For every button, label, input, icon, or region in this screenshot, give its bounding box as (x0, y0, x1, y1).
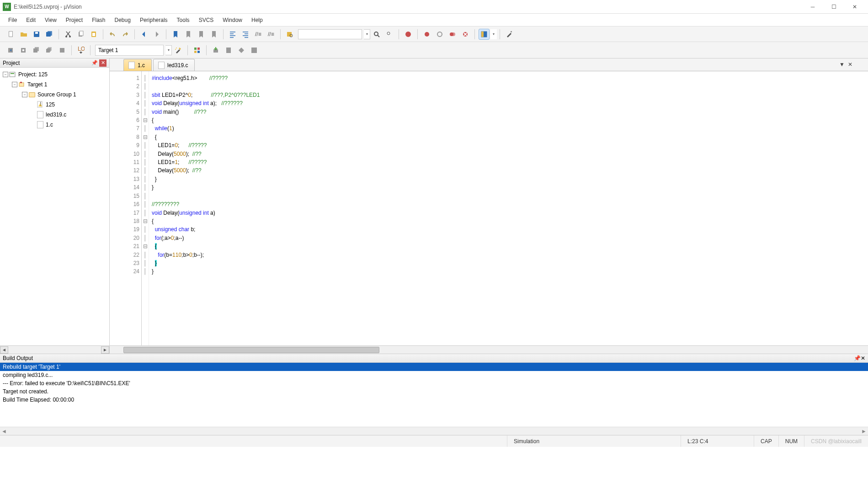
pack-install-icon[interactable] (210, 45, 221, 56)
fold-column[interactable]: │││││⊟│⊟│││││││││⊟││⊟│││ (142, 71, 149, 345)
title-bar: W E:\keil5\125.uvproj - µVision ─ ☐ ✕ (0, 0, 868, 14)
redo-icon[interactable] (120, 29, 131, 40)
build-output-hscroll[interactable]: ◄ ► (0, 427, 868, 435)
books-icon[interactable] (223, 45, 234, 56)
options-target-icon[interactable] (173, 45, 184, 56)
editor-hscroll[interactable] (110, 345, 868, 354)
tree-target[interactable]: − Target 1 (1, 79, 108, 90)
menu-tools[interactable]: Tools (172, 14, 194, 26)
target-dropdown-icon[interactable]: ▾ (165, 45, 172, 55)
comment-icon[interactable]: //≡ (253, 29, 264, 40)
save-icon[interactable] (31, 29, 42, 40)
menu-file[interactable]: File (4, 14, 21, 26)
build-icon[interactable] (18, 45, 29, 56)
menu-peripherals[interactable]: Peripherals (135, 14, 172, 26)
scroll-right-icon[interactable]: ► (101, 346, 109, 354)
save-all-icon[interactable] (44, 29, 55, 40)
bookmark-toggle-icon[interactable] (170, 29, 181, 40)
build-output-text[interactable]: Rebuild target 'Target 1'compiling led31… (0, 363, 868, 427)
file-warn-icon: ! (37, 101, 44, 108)
menu-view[interactable]: View (40, 14, 61, 26)
translate-icon[interactable] (5, 45, 16, 56)
scroll-thumb[interactable] (123, 347, 379, 353)
pin-icon[interactable]: 📌 (854, 355, 861, 361)
close-button[interactable]: ✕ (844, 0, 865, 13)
download-icon[interactable]: LOAD (75, 45, 86, 56)
svg-point-23 (452, 32, 455, 36)
select-software-icon[interactable] (249, 45, 260, 56)
menu-flash[interactable]: Flash (87, 14, 110, 26)
configure-icon[interactable] (504, 29, 515, 40)
tree-source-group[interactable]: − Source Group 1 (1, 90, 108, 100)
breakpoint-insert-icon[interactable] (421, 29, 432, 40)
new-file-icon[interactable] (5, 29, 16, 40)
tree-project-root[interactable]: − Project: 125 (1, 69, 108, 79)
nav-fwd-icon[interactable] (151, 29, 162, 40)
menu-window[interactable]: Window (218, 14, 247, 26)
tree-file[interactable]: ! 125 (1, 100, 108, 110)
menu-help[interactable]: Help (247, 14, 267, 26)
menu-svcs[interactable]: SVCS (194, 14, 218, 26)
pin-icon[interactable]: 📌 (91, 59, 98, 67)
tab-1c[interactable]: 1.c (123, 59, 152, 71)
maximize-button[interactable]: ☐ (823, 0, 844, 13)
tab-list-icon[interactable]: ▼ (838, 60, 846, 69)
tree-label: Project: 125 (18, 71, 48, 78)
cut-icon[interactable] (63, 29, 74, 40)
layout-dropdown-icon[interactable]: ▾ (490, 29, 497, 39)
breakpoint-kill-icon[interactable] (447, 29, 458, 40)
target-selector[interactable]: Target 1 (95, 45, 164, 56)
menu-edit[interactable]: Edit (21, 14, 40, 26)
breakpoint-disable-icon[interactable] (434, 29, 445, 40)
manage-rtos-icon[interactable] (236, 45, 247, 56)
bookmark-clear-icon[interactable] (208, 29, 219, 40)
indent-right-icon[interactable] (240, 29, 251, 40)
source-text[interactable]: #include<reg51.h> //????? sbit LED1=P2^0… (149, 71, 868, 345)
svg-text://≡: //≡ (255, 31, 261, 37)
scroll-left-icon[interactable]: ◄ (0, 428, 8, 435)
stop-build-icon[interactable] (57, 45, 68, 56)
uncomment-icon[interactable]: //≡ (266, 29, 277, 40)
project-tree[interactable]: − Project: 125 − Target 1 − Source Group… (0, 68, 109, 345)
manage-components-icon[interactable] (192, 45, 202, 56)
tree-file[interactable]: 1.c (1, 120, 108, 130)
main-toolbar: //≡ //≡ ▾ ▾ (0, 26, 868, 42)
panel-close-icon[interactable]: ✕ (99, 59, 107, 67)
indent-left-icon[interactable] (227, 29, 238, 40)
find-next-icon[interactable] (384, 29, 395, 40)
code-area[interactable]: 123456789101112131415161718192021222324 … (110, 71, 868, 345)
project-hscroll[interactable]: ◄ ► (0, 345, 109, 354)
tab-label: 1.c (138, 62, 145, 69)
undo-icon[interactable] (107, 29, 118, 40)
find-dropdown-icon[interactable]: ▾ (364, 29, 370, 39)
svg-rect-26 (481, 32, 484, 37)
scroll-right-icon[interactable]: ► (860, 428, 868, 435)
svg-point-20 (425, 32, 429, 37)
scroll-left-icon[interactable]: ◄ (0, 346, 8, 354)
find-in-files-icon[interactable] (284, 29, 295, 40)
find-icon[interactable] (371, 29, 382, 40)
panel-close-icon[interactable]: ✕ (861, 355, 865, 361)
menu-debug[interactable]: Debug (110, 14, 135, 26)
expander-icon[interactable]: − (22, 92, 27, 97)
rebuild-icon[interactable] (31, 45, 42, 56)
breakpoint-killall-icon[interactable] (460, 29, 471, 40)
nav-back-icon[interactable] (138, 29, 149, 40)
menu-project[interactable]: Project (61, 14, 87, 26)
tree-file[interactable]: led319.c (1, 110, 108, 120)
minimize-button[interactable]: ─ (802, 0, 823, 13)
open-folder-icon[interactable] (18, 29, 29, 40)
tab-close-icon[interactable]: ✕ (846, 60, 854, 69)
bookmark-next-icon[interactable] (196, 29, 207, 40)
tab-led319c[interactable]: led319.c (153, 59, 195, 71)
expander-icon[interactable]: − (12, 82, 17, 87)
build-output-header: Build Output 📌 ✕ (0, 354, 868, 363)
copy-icon[interactable] (75, 29, 86, 40)
batch-build-icon[interactable] (44, 45, 55, 56)
find-input[interactable] (298, 29, 362, 39)
debug-start-icon[interactable] (403, 29, 414, 40)
bookmark-prev-icon[interactable] (183, 29, 194, 40)
window-layout-icon[interactable] (479, 29, 490, 40)
expander-icon[interactable]: − (3, 72, 8, 77)
paste-icon[interactable] (88, 29, 99, 40)
